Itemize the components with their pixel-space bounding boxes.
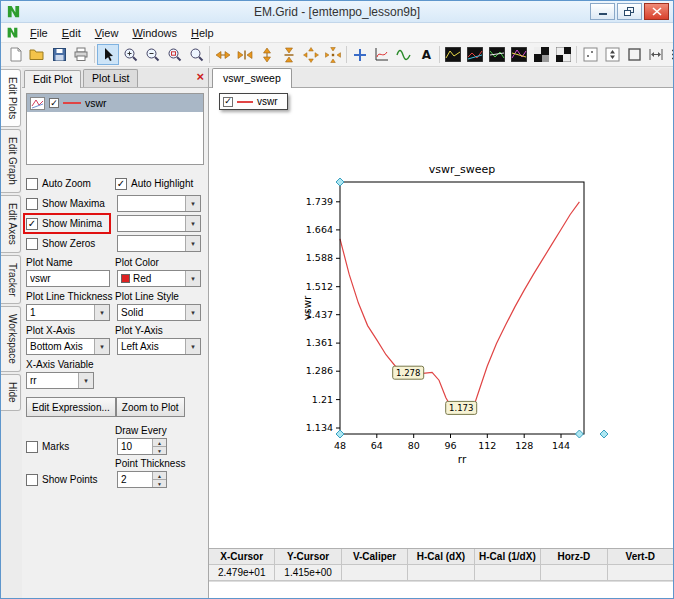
plot-list-item[interactable]: vswr <box>27 94 203 112</box>
minimize-button[interactable] <box>590 3 615 20</box>
show-points-checkbox[interactable]: Show Points <box>26 471 117 488</box>
print-button[interactable] <box>70 44 92 65</box>
spinner-down-icon[interactable]: ▼ <box>152 480 166 487</box>
graph-area[interactable]: vswr vswr_sweep1.1341.211.2861.3611.4371… <box>209 88 673 548</box>
add-cursor-button[interactable] <box>349 44 371 65</box>
show-minima-dropdown[interactable]: ▾ <box>117 215 201 232</box>
auto-zoom-checkbox[interactable]: Auto Zoom <box>26 175 115 192</box>
expand-x-button[interactable] <box>212 44 234 65</box>
colormap-1-button[interactable] <box>530 44 552 65</box>
compress-xy-button[interactable] <box>322 44 344 65</box>
colormap-2-button[interactable] <box>552 44 574 65</box>
white-plot-button[interactable] <box>579 44 601 65</box>
readout-header: X-Cursor <box>209 549 275 565</box>
compress-y-button[interactable] <box>278 44 300 65</box>
zoom-in-button[interactable] <box>119 44 141 65</box>
menu-bar: File Edit View Windows Help <box>1 23 673 43</box>
wave-button[interactable] <box>393 44 415 65</box>
plot-style-3-button[interactable] <box>486 44 508 65</box>
svg-text:1.361: 1.361 <box>306 337 333 348</box>
spinner-down-icon[interactable]: ▼ <box>152 447 166 454</box>
side-tab-hide[interactable]: Hide <box>1 374 21 411</box>
plot-style-4-button[interactable] <box>508 44 530 65</box>
window-title: EM.Grid - [emtempo_lesson9b] <box>1 5 673 19</box>
svg-text:vswr: vswr <box>301 295 313 320</box>
show-zeros-dropdown[interactable]: ▾ <box>117 235 201 252</box>
select-cursor-button[interactable] <box>97 44 119 65</box>
menu-view[interactable]: View <box>88 25 126 41</box>
menu-help[interactable]: Help <box>184 25 221 41</box>
readout-header: Horz-D <box>541 549 607 565</box>
auto-highlight-checkbox[interactable]: Auto Highlight <box>115 175 204 192</box>
vswr-chart[interactable]: vswr_sweep1.1341.211.2861.3611.4371.5121… <box>209 88 671 548</box>
side-tab-workspace[interactable]: Workspace <box>1 306 21 372</box>
open-file-button[interactable] <box>26 44 48 65</box>
plot-name-input[interactable] <box>26 270 110 287</box>
restore-button[interactable] <box>617 3 642 20</box>
menu-file[interactable]: File <box>23 25 55 41</box>
value-spinner-button[interactable] <box>601 44 623 65</box>
draw-every-spinner[interactable]: 10▲▼ <box>117 438 167 455</box>
plot-color-dropdown[interactable]: Red▾ <box>117 270 201 287</box>
line-style-dropdown[interactable]: Solid▾ <box>117 304 201 321</box>
side-tab-strip: Edit Plots Edit Graph Edit Axes Tracker … <box>1 68 22 598</box>
window-list-button[interactable] <box>667 44 674 65</box>
plot-style-2-button[interactable] <box>464 44 486 65</box>
show-zeros-checkbox[interactable]: Show Zeros <box>26 235 117 252</box>
chevron-down-icon: ▾ <box>185 216 200 231</box>
show-minima-checkbox[interactable]: Show Minima <box>26 215 117 232</box>
zoom-to-plot-button[interactable]: Zoom to Plot <box>116 397 185 417</box>
spinner-up-icon[interactable]: ▲ <box>152 472 166 480</box>
spinner-up-icon[interactable]: ▲ <box>152 439 166 447</box>
panel-close-icon[interactable]: × <box>196 70 204 83</box>
readout-value <box>408 565 474 581</box>
marks-checkbox[interactable]: Marks <box>26 438 117 455</box>
compress-x-button[interactable] <box>234 44 256 65</box>
frame-button[interactable] <box>623 44 645 65</box>
plot-x-axis-dropdown[interactable]: Bottom Axis▾ <box>26 338 110 355</box>
plot-thumbnail-icon <box>30 97 45 110</box>
point-thickness-spinner[interactable]: 2▲▼ <box>117 471 167 488</box>
plot-style-1-button[interactable] <box>442 44 464 65</box>
side-tab-edit-plots[interactable]: Edit Plots <box>1 69 21 127</box>
tracker-button[interactable] <box>371 44 393 65</box>
plot-y-axis-dropdown[interactable]: Left Axis▾ <box>117 338 201 355</box>
panel-tab-plot-list[interactable]: Plot List <box>83 69 138 87</box>
x-axis-variable-label: X-Axis Variable <box>26 359 117 370</box>
chart-legend[interactable]: vswr <box>219 93 288 110</box>
plot-visible-checkbox[interactable] <box>49 98 59 108</box>
annotation-text-button[interactable]: A <box>415 44 437 65</box>
document-tab-vswr-sweep[interactable]: vswr_sweep <box>212 68 292 88</box>
expand-xy-button[interactable] <box>300 44 322 65</box>
svg-text:1.286: 1.286 <box>306 365 333 376</box>
zoom-out-button[interactable] <box>141 44 163 65</box>
expand-y-button[interactable] <box>256 44 278 65</box>
x-axis-variable-dropdown[interactable]: rr▾ <box>26 372 94 389</box>
edit-expression-button[interactable]: Edit Expression... <box>26 397 116 417</box>
show-maxima-checkbox[interactable]: Show Maxima <box>26 195 117 212</box>
readout-value: 1.415e+00 <box>275 565 341 581</box>
svg-text:vswr_sweep: vswr_sweep <box>429 163 496 176</box>
show-maxima-dropdown[interactable]: ▾ <box>117 195 201 212</box>
side-tab-tracker[interactable]: Tracker <box>1 255 21 305</box>
zoom-full-button[interactable] <box>185 44 207 65</box>
side-tab-edit-graph[interactable]: Edit Graph <box>1 129 21 193</box>
save-button[interactable] <box>48 44 70 65</box>
chevron-down-icon: ▾ <box>94 339 109 354</box>
fit-width-button[interactable] <box>645 44 667 65</box>
svg-text:1.134: 1.134 <box>306 422 333 433</box>
menu-edit[interactable]: Edit <box>55 25 88 41</box>
svg-text:A: A <box>421 48 431 62</box>
close-button[interactable] <box>644 3 669 20</box>
side-tab-edit-axes[interactable]: Edit Axes <box>1 195 21 253</box>
line-thickness-dropdown[interactable]: 1▾ <box>26 304 110 321</box>
new-file-button[interactable] <box>4 44 26 65</box>
draw-every-label: Draw Every <box>115 425 204 436</box>
title-bar[interactable]: EM.Grid - [emtempo_lesson9b] <box>1 1 673 23</box>
zoom-window-button[interactable] <box>163 44 185 65</box>
menu-windows[interactable]: Windows <box>125 25 184 41</box>
legend-checkbox[interactable] <box>223 97 233 107</box>
readout-header: Vert-D <box>608 549 673 565</box>
panel-tab-edit-plot[interactable]: Edit Plot <box>24 70 81 88</box>
plot-list[interactable]: vswr <box>26 93 204 165</box>
